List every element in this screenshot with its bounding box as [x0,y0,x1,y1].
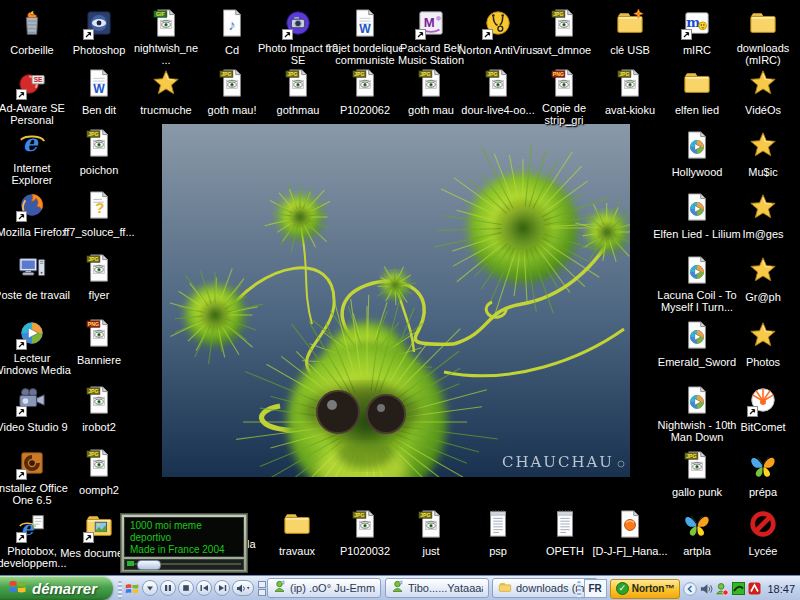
player-seek-thumb[interactable] [137,560,161,570]
task-button-2[interactable]: Tibo......Yataaaa... [385,578,489,598]
svg-text:JPG: JPG [487,71,497,77]
foldernew-icon [614,8,646,40]
videostudio-icon [16,385,48,417]
png-icon: PNG [548,68,580,100]
desktop-icon-label: Mu$ic [748,166,777,178]
desktop-icon-label: flyer [89,289,110,301]
desktop-icon-label: ff7_soluce_ff... [63,226,134,238]
media-player-toolbar [115,576,274,600]
language-indicator[interactable]: FR [584,579,607,598]
wallpaper-signature: CHAUCHAU [502,453,614,471]
desktop-icon-label: Hollywood [672,166,723,178]
svg-text:?: ? [95,199,104,216]
desktop-icon-label: psp [489,545,507,557]
wallpaper-image: CHAUCHAU [162,124,630,477]
mirc-icon: m [681,8,713,40]
svg-text:JPG: JPG [354,512,364,518]
toolbar-drag-handle[interactable] [118,581,122,599]
word-icon: W [83,68,115,100]
desktop-icon-flyer[interactable]: JPGflyer [54,253,144,303]
windows-media-logo-icon[interactable] [125,581,139,595]
messenger-buddy-icon [273,579,286,597]
wmp-icon [16,318,48,350]
desktop-icon-pr-pa[interactable]: prépa [718,450,800,500]
jpg-icon: JPG [415,68,447,100]
volume-tray-icon[interactable] [699,582,713,596]
desktop-icon-lyc-e[interactable]: Lycée [718,509,800,559]
mini-player-screen: 1000 moi meme deportivo Made in France 2… [124,517,244,557]
gif-icon: GIF [150,8,182,40]
media-previous-button[interactable] [196,580,212,596]
media-dropdown-button[interactable] [142,580,158,596]
desktop: { "desktop": { "background_color": "#000… [0,0,800,600]
desktop-icon-label: OPETH [546,545,584,557]
tray-drag-handle[interactable] [577,581,581,599]
desktop-icon-label: gallo punk [672,486,722,498]
svg-text:JPG: JPG [553,11,563,17]
desktop-icon-label: elfen lied [675,104,719,116]
desktop-icon-banniere[interactable]: PNGBanniere [54,318,144,368]
jpg-icon: JPG [614,68,646,100]
toolbar-expand-icons[interactable] [258,581,266,596]
star-icon [747,68,779,100]
desktop-icon-gr-ph[interactable]: Gr@ph [718,255,800,305]
svg-text:JPG: JPG [686,453,696,459]
taskbar: démarrer (ip) .oO° Ju-Emm...Tibo......Ya… [0,575,800,600]
butterfly-icon [681,509,713,541]
wmpfile-icon [681,255,713,287]
svg-text:JPG: JPG [420,71,430,77]
collapse-chevron-tray-icon[interactable] [683,582,697,596]
desktop-icon-label: travaux [279,545,315,557]
mini-player-window[interactable]: 1000 moi meme deportivo Made in France 2… [120,513,248,573]
folder-icon [281,509,313,541]
desktop-icon-bitcomet[interactable]: BitComet [718,385,800,435]
media-volume-button[interactable] [232,580,254,596]
desktop-icon-photos[interactable]: Photos [718,320,800,370]
wmpfile-icon [681,320,713,352]
desktop-icon-label: Photos [746,356,780,368]
desktop-icon-label: VidéOs [745,104,781,116]
desktop-icon-im-ges[interactable]: Im@ges [718,192,800,242]
desktop-icon-poichon[interactable]: JPGpoichon [54,128,144,178]
norton-icon [482,8,514,40]
png-icon: PNG [83,318,115,350]
textdoc-icon [549,509,581,541]
player-seek-bar[interactable] [124,559,244,570]
task-button-1[interactable]: (ip) .oO° Ju-Emm... [267,578,381,598]
desktop-icon-label: P1020062 [340,104,390,116]
svg-text:m: m [686,15,700,30]
media-next-button[interactable] [214,580,230,596]
desktop-icon-mu-ic[interactable]: Mu$ic [718,130,800,180]
desktop-icon-label: avt_dmnoe [537,44,591,56]
antivirus-tray-icon[interactable] [747,582,761,596]
media-stop-button[interactable] [178,580,194,596]
green-app-tray-icon[interactable] [731,582,745,596]
svg-text:PNG: PNG [88,321,99,327]
forbidden-icon [747,509,779,541]
star-icon [747,192,779,224]
start-button-label: démarrer [32,580,97,597]
start-button[interactable]: démarrer [0,576,113,600]
ie-icon: e [16,128,48,160]
task-button-label: Tibo......Yataaaa... [408,582,483,594]
svg-text:M: M [424,15,435,30]
packardbell-icon: M [415,8,447,40]
norton-tray-badge[interactable]: ✓ Norton™ [610,579,681,599]
photobox-icon: e [16,511,48,543]
jpg-icon: JPG [415,509,447,541]
desktop-icon-ff7-soluce-ff[interactable]: ?ff7_soluce_ff... [54,190,144,240]
star-icon [747,130,779,162]
music-icon: ♪ [216,8,248,40]
desktop-icon-oomph2[interactable]: JPGoomph2 [54,448,144,498]
messenger-status-tray-icon[interactable] [715,582,729,596]
media-pause-button[interactable] [160,580,176,596]
desktop-icon-label: Banniere [77,354,121,366]
desktop-icon-label: Gr@ph [745,291,781,303]
desktop-icon-vid-os[interactable]: VidéOs [718,68,800,118]
star-icon [150,68,182,100]
desktop-icon-downloads-mirc[interactable]: downloads (mIRC) [718,8,800,68]
jpg-icon: JPG [482,68,514,100]
desktop-icon-irobot2[interactable]: JPGirobot2 [54,385,144,435]
desktop-icon-label: trucmuche [140,104,191,116]
folder-icon [681,68,713,100]
